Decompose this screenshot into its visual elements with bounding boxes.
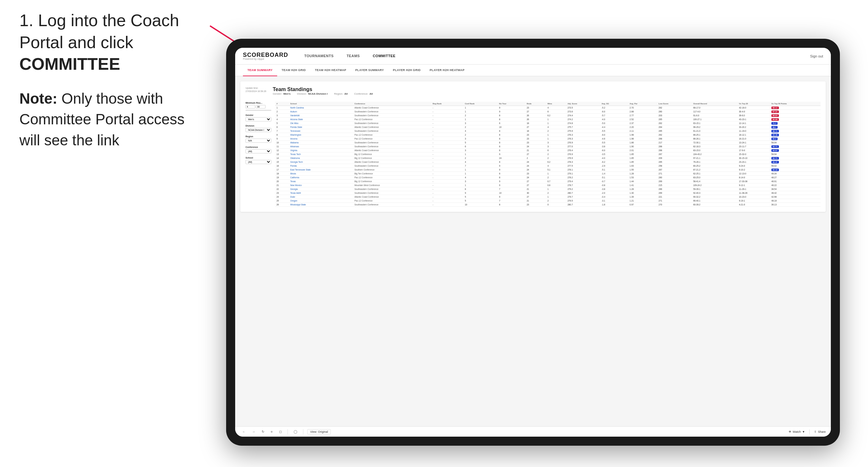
toolbar-view-original[interactable]: View: Original	[307, 429, 331, 434]
cell-wins: 6	[546, 149, 566, 152]
cell-rnds: 21	[525, 149, 546, 152]
standings-header: Update time: 27/03/2024 16:56:26 Team St…	[246, 87, 820, 98]
cell-avg-rd: 268	[657, 149, 692, 152]
cell-overall: 42-16-0	[738, 106, 770, 110]
toolbar-bookmark-btn[interactable]: ◻	[277, 429, 284, 434]
cell-conf: Atlantic Coast Conference	[353, 125, 431, 129]
min-rounds-min-input[interactable]	[246, 105, 255, 108]
cell-avg-sg: -0.7	[600, 180, 628, 183]
cell-school: Alabama	[289, 141, 353, 145]
sub-nav-player-summary[interactable]: PLAYER SUMMARY	[351, 65, 389, 76]
cell-overall: 33-20.2	[738, 125, 770, 129]
cell-overall: 9-19-1	[738, 199, 770, 203]
cell-pts: 58.94	[770, 141, 820, 145]
cell-avg-sg: -0.8	[600, 183, 628, 187]
main-nav: TOURNAMENTS TEAMS COMMITTEE	[298, 48, 810, 65]
cell-low-score: 66-40.1	[692, 199, 738, 203]
cell-school: Georgia Tech	[289, 160, 353, 164]
cell-rank: 16	[275, 164, 289, 168]
cell-rank: 17	[275, 168, 289, 172]
cell-school: New Mexico	[289, 183, 353, 187]
cell-avg-sg2: 2.11	[628, 129, 657, 133]
cell-low-score: 91-6.0	[692, 114, 738, 118]
table-row: 1 North Carolina Atlantic Coast Conferen…	[275, 106, 820, 110]
cell-rank: 13	[275, 152, 289, 156]
cell-pts: 48.42	[770, 191, 820, 195]
cell-reg-rank: -	[431, 187, 464, 191]
cell-avg-sg2: 1.86	[628, 141, 657, 145]
cell-rank: 5	[275, 121, 289, 125]
gender-filter-label: Gender	[246, 114, 271, 116]
cell-pts: 42.98	[770, 195, 820, 199]
toolbar-back-btn[interactable]: ←	[240, 429, 247, 434]
sub-nav-player-h2h-heatmap[interactable]: PLAYER H2H HEATMAP	[425, 65, 469, 76]
table-row: 4 Arizona State Pac-12 Conference - 1 8 …	[275, 118, 820, 121]
region-filter-label: Region	[246, 135, 271, 137]
division-filter-label: Division	[246, 125, 271, 127]
school-select[interactable]: (All)	[246, 160, 271, 164]
toolbar-share-small-btn[interactable]: ⎆	[269, 429, 275, 434]
cell-rank: 8	[275, 133, 289, 137]
cell-school: Texas A&M	[289, 191, 353, 195]
cell-conf: Southeastern Conference	[353, 191, 431, 195]
toolbar-clock-btn[interactable]: ◯	[292, 429, 299, 434]
cell-pts: 46.91	[770, 180, 820, 183]
cell-rank: 4	[275, 118, 289, 121]
nav-tournaments[interactable]: TOURNAMENTS	[298, 48, 340, 65]
cell-overall: 13-24-1	[738, 141, 770, 145]
cell-school: Auburn	[289, 110, 353, 114]
cell-overall: 30-4-0	[738, 110, 770, 114]
cell-adj-score: 274.2	[566, 118, 600, 121]
cell-pts: 63.49	[770, 133, 820, 137]
cell-avg-sg2: 1.39	[628, 195, 657, 199]
cell-conf-rank: 5	[464, 199, 498, 203]
col-vs-top50: Vs Top 50 Points	[770, 102, 820, 106]
cell-pts: 71.7	[770, 121, 820, 125]
cell-overall: 11-29-1	[738, 187, 770, 191]
cell-avg-sg2: 1.98	[628, 137, 657, 141]
cell-avg-sg: -2.0	[600, 191, 628, 195]
table-row: 23 Texas A&M Southeastern Conference - 9…	[275, 191, 820, 195]
tablet-screen: SCOREBOARD Powered by clippd TOURNAMENTS…	[235, 48, 831, 437]
cell-conf: Southeastern Conference	[353, 145, 431, 149]
col-reg-rank: Reg Rank	[431, 102, 464, 106]
toolbar-refresh-btn[interactable]: ↻	[260, 429, 266, 434]
toolbar-share-btn[interactable]: ⇧ Share	[814, 430, 826, 433]
conference-select[interactable]: (All)	[246, 149, 271, 153]
cell-no-tour: 8	[498, 114, 525, 118]
nav-teams[interactable]: TEAMS	[340, 48, 366, 65]
toolbar-forward-btn[interactable]: →	[250, 429, 257, 434]
cell-conf: Pac-12 Conference	[353, 137, 431, 141]
cell-no-tour: 10	[498, 125, 525, 129]
cell-wins: 2	[546, 176, 566, 180]
cell-no-tour: 6	[498, 121, 525, 125]
cell-rnds: 27	[525, 125, 546, 129]
cell-reg-rank: -	[431, 168, 464, 172]
sub-nav-player-h2h-grid[interactable]: PLAYER H2H GRID	[388, 65, 425, 76]
gender-select[interactable]: Men's	[246, 117, 271, 121]
table-row: 9 Arizona Pac-12 Conference - 3 8 23 1 2…	[275, 137, 820, 141]
sign-out-button[interactable]: Sign out	[810, 54, 823, 58]
region-select[interactable]: N/A	[246, 138, 271, 143]
cell-avg-rd: 265	[657, 129, 692, 133]
table-row: 3 Vanderbilt Southeastern Conference - 2…	[275, 114, 820, 118]
cell-conf: Atlantic Coast Conference	[353, 195, 431, 199]
min-rounds-max-input[interactable]	[256, 105, 266, 108]
cell-low-score: 96-29.2	[692, 125, 738, 129]
cell-rnds: 2	[525, 156, 546, 160]
cell-low-score: 87-21.2	[692, 168, 738, 172]
cell-avg-sg: -1.4	[600, 172, 628, 176]
min-rounds-slider[interactable]	[246, 110, 271, 111]
table-row: 6 Florida State Atlantic Coast Conferenc…	[275, 125, 820, 129]
sub-nav-team-h2h-heatmap[interactable]: TEAM H2H HEATMAP	[310, 65, 351, 76]
sub-nav-team-h2h-grid[interactable]: TEAM H2H GRID	[277, 65, 310, 76]
sub-nav-team-summary[interactable]: TEAM SUMMARY	[243, 65, 277, 76]
nav-committee[interactable]: COMMITTEE	[366, 48, 402, 65]
cell-conf: Big 12 Conference	[353, 152, 431, 156]
cell-school: Illinois	[289, 172, 353, 176]
cell-school: East Tennessee State	[289, 168, 353, 172]
division-select[interactable]: NCAA Division I	[246, 128, 271, 132]
main-content: Update time: 27/03/2024 16:56:26 Team St…	[235, 76, 831, 426]
toolbar-watch-btn[interactable]: 👁 Watch ▼	[788, 430, 805, 433]
cell-adj-score: 278.3	[566, 160, 600, 164]
